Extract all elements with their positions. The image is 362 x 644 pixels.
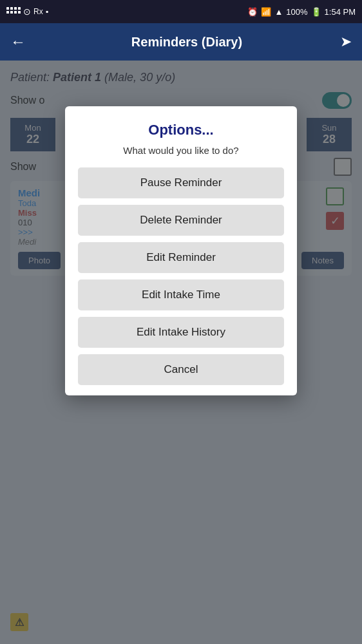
delete-reminder-button[interactable]: Delete Reminder [78,205,284,236]
options-dialog: Options... What would you like to do? Pa… [65,106,297,395]
dialog-subtitle: What would you like to do? [78,145,284,156]
battery-icon: 🔋 [311,7,321,17]
svg-rect-0 [6,7,9,10]
battery-small-icon: ▪ [46,7,48,16]
svg-rect-2 [6,11,9,14]
rx-icon: Rx [33,7,43,16]
pause-reminder-button[interactable]: Pause Reminder [78,167,284,198]
time-display: 1:54 PM [325,7,356,17]
nav-bar: ← Reminders (Diary) ➤ [0,23,362,61]
signal-icon: ▲ [274,7,283,17]
battery-percent: 100% [286,7,307,17]
svg-rect-4 [14,7,17,10]
cancel-button[interactable]: Cancel [78,354,284,385]
dialog-title: Options... [78,122,284,138]
status-bar: ⊙ Rx ▪ ⏰ 📶 ▲ 100% 🔋 1:54 PM [0,0,362,23]
svg-rect-5 [18,7,21,10]
edit-reminder-button[interactable]: Edit Reminder [78,242,284,273]
app-icon-circle: ⊙ [23,6,31,17]
svg-rect-1 [10,7,13,10]
send-button[interactable]: ➤ [340,33,352,50]
grid-icon-1 [6,7,21,16]
edit-intake-history-button[interactable]: Edit Intake History [78,317,284,348]
alarm-icon: ⏰ [247,7,258,17]
svg-rect-6 [14,11,17,14]
edit-intake-time-button[interactable]: Edit Intake Time [78,279,284,310]
page-title: Reminders (Diary) [33,35,340,50]
status-right: ⏰ 📶 ▲ 100% 🔋 1:54 PM [247,7,356,17]
back-button[interactable]: ← [10,33,26,51]
svg-rect-7 [18,11,21,14]
status-left: ⊙ Rx ▪ [6,6,48,17]
svg-rect-3 [10,11,13,14]
wifi-icon: 📶 [261,7,271,17]
